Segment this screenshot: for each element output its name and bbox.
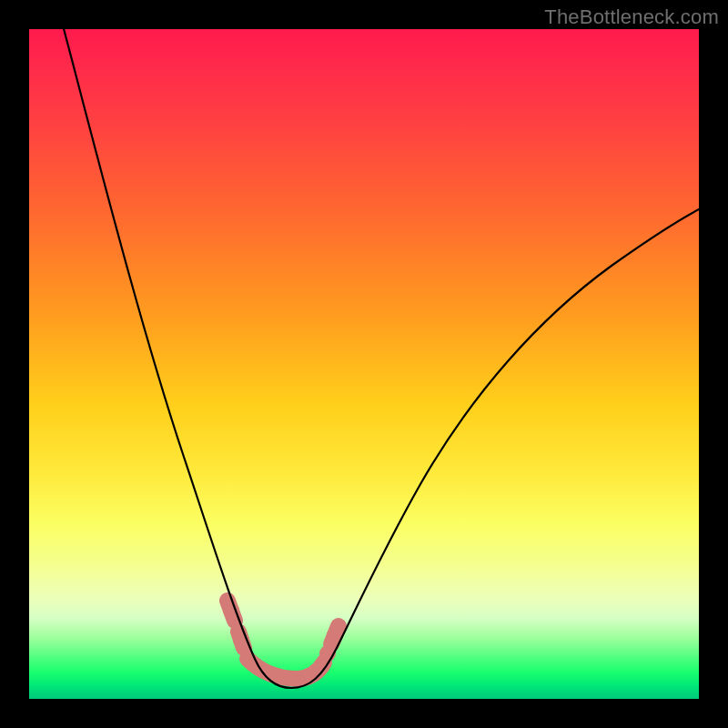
plot-area bbox=[29, 29, 699, 699]
bottleneck-curve-svg bbox=[29, 29, 699, 699]
chart-frame: TheBottleneck.com bbox=[0, 0, 728, 728]
bottleneck-curve-path bbox=[62, 29, 699, 688]
watermark-text: TheBottleneck.com bbox=[544, 5, 719, 29]
